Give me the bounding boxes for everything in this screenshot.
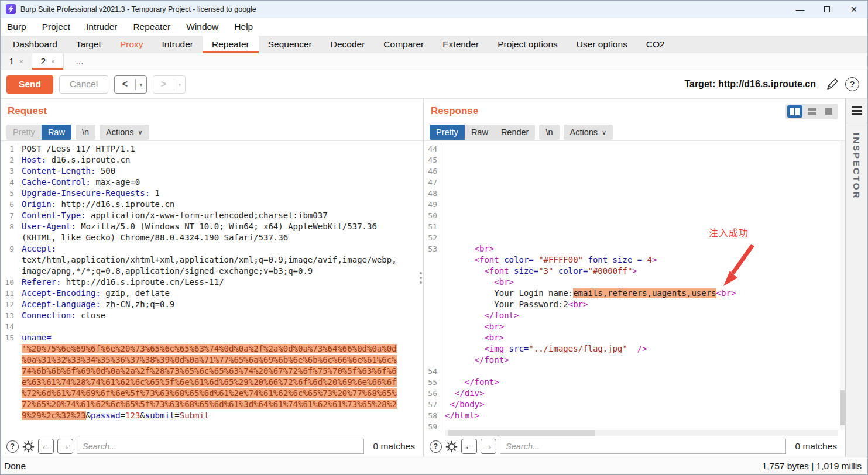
tab-dashboard[interactable]: Dashboard bbox=[4, 36, 67, 53]
target-help-icon[interactable]: ? bbox=[845, 77, 859, 91]
tab-repeater[interactable]: Repeater bbox=[203, 36, 259, 53]
code-text: Your Login name:emails,referers,uagents,… bbox=[445, 288, 736, 299]
line-number bbox=[424, 299, 441, 310]
maximize-icon bbox=[824, 6, 830, 12]
code-text: uname= bbox=[22, 332, 52, 343]
menu-burp[interactable]: Burp bbox=[7, 22, 26, 32]
view-tab-n[interactable]: \n bbox=[76, 125, 95, 140]
line-number: 13 bbox=[1, 310, 18, 321]
inspector-label[interactable]: INSPECTOR bbox=[852, 133, 862, 199]
search-prev-button[interactable]: ← bbox=[461, 439, 477, 454]
repeater-tab-2[interactable]: 2× bbox=[32, 53, 64, 70]
edit-target-icon[interactable] bbox=[825, 77, 839, 91]
search-next-button[interactable]: → bbox=[57, 439, 73, 454]
back-request-button[interactable]: < ▾ bbox=[114, 75, 147, 94]
request-search-input[interactable] bbox=[77, 439, 364, 454]
menu-intruder[interactable]: Intruder bbox=[86, 22, 117, 32]
maximize-button[interactable] bbox=[814, 1, 840, 18]
view-tab-render[interactable]: Render bbox=[495, 125, 536, 140]
menu-help[interactable]: Help bbox=[234, 22, 253, 32]
close-tab-icon[interactable]: × bbox=[51, 58, 54, 65]
inspector-toggle[interactable] bbox=[846, 99, 867, 123]
forward-request-button[interactable]: > ▾ bbox=[153, 75, 186, 94]
repeater-tab-1[interactable]: 1× bbox=[1, 53, 32, 70]
view-tab-n[interactable]: \n bbox=[539, 125, 559, 140]
layout-single-icon[interactable] bbox=[821, 105, 836, 118]
line-number: 10 bbox=[1, 277, 18, 288]
target-url: Target: http://d16.s.iproute.cn bbox=[684, 79, 816, 90]
line-number bbox=[424, 321, 441, 332]
code-line: Your Password:2<br> bbox=[424, 299, 845, 310]
response-search-input[interactable] bbox=[500, 439, 786, 454]
search-next-button[interactable]: → bbox=[481, 439, 496, 454]
code-line: 6Origin: http://d16.s.iproute.cn bbox=[1, 199, 423, 210]
response-title: Response bbox=[431, 105, 478, 117]
search-prev-button[interactable]: ← bbox=[38, 439, 54, 454]
forward-dropdown-icon[interactable]: ▾ bbox=[174, 81, 185, 88]
tab-sequencer[interactable]: Sequencer bbox=[259, 36, 321, 53]
response-editor[interactable]: 44454647484950515253 <br> <font color= "… bbox=[424, 141, 845, 436]
code-text: Accept: bbox=[22, 243, 56, 254]
tab-decoder[interactable]: Decoder bbox=[321, 36, 375, 53]
tab-proxy[interactable]: Proxy bbox=[111, 36, 153, 53]
line-number bbox=[1, 410, 18, 421]
line-number bbox=[1, 366, 18, 377]
view-tab-pretty[interactable]: Pretty bbox=[430, 125, 465, 140]
tab-extender[interactable]: Extender bbox=[433, 36, 488, 53]
code-text: </font> bbox=[445, 354, 509, 366]
back-dropdown-icon[interactable]: ▾ bbox=[136, 81, 146, 88]
tab-project-options[interactable]: Project options bbox=[488, 36, 567, 53]
tab-intruder[interactable]: Intruder bbox=[153, 36, 203, 53]
line-number: 59 bbox=[424, 421, 441, 432]
view-tab-label: Render bbox=[501, 128, 529, 137]
search-settings-icon[interactable] bbox=[445, 440, 458, 453]
view-tab-raw[interactable]: Raw bbox=[42, 125, 71, 140]
tab-co2[interactable]: CO2 bbox=[637, 36, 674, 53]
response-view-tabs: PrettyRawRender\nActions∨ bbox=[424, 123, 845, 141]
line-number: 55 bbox=[424, 377, 441, 388]
code-line: 56 </div> bbox=[424, 388, 845, 399]
code-line: 57 </body> bbox=[424, 399, 845, 410]
response-header: Response bbox=[424, 99, 845, 123]
view-tab-raw[interactable]: Raw bbox=[465, 125, 495, 140]
code-line: 14 bbox=[1, 321, 423, 332]
view-tab-actions[interactable]: Actions∨ bbox=[100, 125, 149, 140]
code-line: 72%65%20%74%61%62%6c%65%5f%73%63%68%65%6… bbox=[1, 399, 423, 410]
code-text: (KHTML, like Gecko) Chrome/88.0.4324.190… bbox=[22, 232, 288, 243]
minimize-button[interactable]: — bbox=[787, 1, 814, 18]
repeater-toolbar: Send Cancel < ▾ > ▾ Target: http://d16.s… bbox=[1, 70, 867, 98]
line-number: 57 bbox=[424, 399, 441, 410]
view-tab-pretty[interactable]: Pretty bbox=[6, 125, 42, 140]
new-tab-button[interactable]: ... bbox=[64, 53, 95, 70]
repeater-tab-bar: 1×2×... bbox=[1, 53, 867, 70]
code-line: 74%6b%6b%6f%69%0d%0a%2a%2f%28%73%65%6c%6… bbox=[1, 366, 423, 377]
code-text: Accept-Encoding: gzip, deflate bbox=[22, 288, 170, 299]
view-tab-actions[interactable]: Actions∨ bbox=[564, 125, 613, 140]
menu-project[interactable]: Project bbox=[42, 22, 70, 32]
layout-columns-icon[interactable] bbox=[787, 105, 802, 118]
line-number bbox=[424, 354, 441, 366]
search-help-icon[interactable]: ? bbox=[430, 440, 442, 453]
menu-window[interactable]: Window bbox=[186, 22, 218, 32]
cancel-button[interactable]: Cancel bbox=[59, 75, 108, 94]
tab-target[interactable]: Target bbox=[67, 36, 111, 53]
response-vertical-scrollbar[interactable] bbox=[840, 141, 845, 430]
tab-comparer[interactable]: Comparer bbox=[374, 36, 433, 53]
layout-rows-icon[interactable] bbox=[804, 105, 819, 118]
view-tab-label: Pretty bbox=[13, 128, 35, 137]
search-help-icon[interactable]: ? bbox=[6, 440, 19, 453]
menu-repeater[interactable]: Repeater bbox=[133, 22, 170, 32]
panel-divider-handle[interactable] bbox=[420, 272, 422, 284]
response-horizontal-scrollbar[interactable] bbox=[445, 430, 838, 436]
code-text: </font> bbox=[445, 377, 499, 388]
close-button[interactable]: × bbox=[840, 1, 867, 18]
view-tab-label: \n bbox=[82, 128, 89, 137]
code-text: Content-Length: 500 bbox=[22, 166, 115, 177]
close-tab-icon[interactable]: × bbox=[19, 58, 23, 65]
code-text: </body> bbox=[445, 399, 484, 410]
tab-user-options[interactable]: User options bbox=[567, 36, 637, 53]
request-editor[interactable]: 1POST /Less-11/ HTTP/1.12Host: d16.s.ipr… bbox=[1, 141, 423, 436]
send-button[interactable]: Send bbox=[6, 75, 53, 94]
code-line: </font> bbox=[424, 310, 845, 321]
search-settings-icon[interactable] bbox=[22, 440, 35, 453]
